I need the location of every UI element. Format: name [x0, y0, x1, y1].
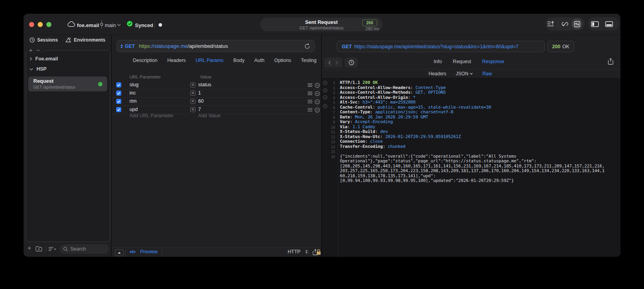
param-checkbox[interactable]: [116, 107, 121, 112]
toggle-bottom-panel-icon[interactable]: [602, 17, 616, 31]
line-number: 12: [322, 135, 335, 140]
line-number: 2: [322, 85, 335, 91]
response-tab-response[interactable]: Response: [482, 59, 504, 64]
back-icon[interactable]: [328, 60, 331, 65]
line-number: 7: [322, 110, 335, 115]
match-type-icon[interactable]: =: [190, 91, 195, 96]
response-view-subtabs: HeadersJSONRaw: [429, 71, 492, 76]
tab-body[interactable]: Body: [233, 58, 244, 63]
toggle-sidebar-icon[interactable]: [588, 17, 602, 31]
preview-button[interactable]: Preview: [140, 249, 157, 254]
filter-list-icon[interactable]: [48, 247, 57, 251]
tab-environments[interactable]: Environments: [66, 37, 105, 43]
zoom-window-button[interactable]: [46, 22, 51, 27]
search-input[interactable]: Search: [60, 244, 109, 254]
param-value-field[interactable]: 1: [198, 90, 201, 96]
new-item-button[interactable]: +: [27, 245, 31, 252]
response-subtab-raw[interactable]: Raw: [482, 71, 492, 76]
history-clock-button[interactable]: [345, 58, 358, 67]
protocol-select[interactable]: HTTP: [288, 249, 301, 254]
request-tabs: DescriptionHeadersURL ParamsBodyAuthOpti…: [112, 58, 321, 63]
send-receive-button-active[interactable]: [571, 18, 582, 29]
tab-headers[interactable]: Headers: [167, 58, 186, 63]
response-subtab-headers[interactable]: Headers: [429, 71, 446, 76]
sync-status[interactable]: Synced: [135, 22, 153, 28]
match-type-icon[interactable]: =: [190, 82, 195, 87]
code-icon: </>: [130, 249, 135, 254]
response-subtab-json[interactable]: JSON: [456, 71, 473, 76]
param-options-icon[interactable]: [308, 100, 312, 104]
add-value-field[interactable]: Add Value: [198, 113, 221, 118]
request-status-pill[interactable]: Sent Request GET /api/embed/status 200 2…: [260, 18, 383, 31]
remove-request-button[interactable]: −: [36, 47, 44, 53]
param-name-field[interactable]: slug: [130, 82, 139, 87]
param-value-field[interactable]: 7: [198, 107, 201, 112]
synced-check-icon: [127, 21, 133, 27]
match-type-icon[interactable]: =: [190, 99, 195, 104]
resend-icon[interactable]: [304, 43, 310, 49]
match-type-icon[interactable]: =: [190, 107, 195, 112]
export-icon[interactable]: [608, 58, 613, 65]
param-options-icon[interactable]: [308, 108, 312, 112]
forward-icon[interactable]: [335, 60, 338, 65]
close-window-button[interactable]: [29, 22, 34, 27]
method-select[interactable]: GET: [125, 44, 135, 49]
project-switcher[interactable]: foe.email: [77, 22, 99, 28]
line-number: 14: [322, 144, 335, 149]
search-placeholder: Search: [70, 246, 86, 252]
remove-param-icon[interactable]: [315, 83, 320, 88]
line-number: [322, 164, 335, 169]
search-icon: [63, 247, 68, 251]
param-options-icon[interactable]: [308, 91, 312, 95]
sync-loop-icon[interactable]: [560, 17, 570, 31]
param-value-field[interactable]: 60: [198, 98, 204, 104]
response-tab-request[interactable]: Request: [453, 59, 471, 64]
request-url[interactable]: https://statuspage.me/api/embed/status: [139, 43, 228, 49]
tab-sessions[interactable]: Sessions: [29, 37, 58, 43]
request-footer: </> Preview HTTP: [112, 247, 321, 257]
line-number: 1: [322, 80, 335, 85]
param-checkbox[interactable]: [116, 82, 121, 87]
lock-icon: [316, 249, 321, 255]
request-list-item-selected[interactable]: Request GET /api/embed/status: [28, 76, 107, 91]
tab-description[interactable]: Description: [133, 58, 158, 63]
add-request-button[interactable]: +: [29, 47, 36, 53]
line-number: 15: [322, 149, 335, 154]
group-foe-email[interactable]: Foe.email: [29, 56, 58, 62]
line-number: 8: [322, 115, 335, 120]
param-checkbox[interactable]: [116, 99, 121, 104]
param-name-field[interactable]: upd: [130, 107, 138, 112]
remove-param-icon[interactable]: [315, 99, 320, 104]
param-checkbox[interactable]: [116, 91, 121, 96]
cloud-icon: [68, 21, 75, 27]
tab-options[interactable]: Options: [274, 58, 291, 63]
remove-param-icon[interactable]: [315, 107, 320, 113]
tab-testing[interactable]: Testing: [301, 58, 317, 63]
expand-panel-button[interactable]: [115, 249, 124, 256]
titlebar: foe.email main Synced Sent Request GET /…: [24, 14, 620, 35]
group-hsp[interactable]: HSP: [29, 66, 47, 72]
tab-auth[interactable]: Auth: [254, 58, 265, 63]
line-number: 5: [322, 100, 335, 105]
clock-icon: [29, 37, 35, 43]
import-order-button[interactable]: [545, 17, 556, 31]
line-number: 10: [322, 125, 335, 130]
param-value-field[interactable]: status: [198, 82, 211, 87]
method-stepper-icon[interactable]: [120, 44, 123, 48]
request-item-title: Request: [33, 78, 53, 84]
protocol-stepper-icon[interactable]: [305, 250, 308, 254]
tab-url-params[interactable]: URL Params: [195, 58, 223, 63]
new-folder-icon[interactable]: [35, 246, 42, 252]
response-tab-info[interactable]: Info: [434, 59, 442, 64]
add-url-parameter-field[interactable]: Add URL Parameter: [130, 113, 173, 118]
layout-toggles-group: [588, 17, 619, 31]
param-name-field[interactable]: rtm: [130, 98, 137, 104]
url-field[interactable]: GET https://statuspage.me/api/embed/stat…: [117, 40, 315, 52]
param-name-field[interactable]: inc: [130, 90, 136, 96]
minimize-window-button[interactable]: [38, 22, 43, 27]
sidebar-toolbar: + Search: [24, 244, 111, 255]
remove-param-icon[interactable]: [315, 91, 320, 96]
sidebar-add-remove: +−: [27, 47, 46, 53]
param-options-icon[interactable]: [308, 83, 312, 87]
branch-switcher[interactable]: main: [105, 22, 116, 28]
